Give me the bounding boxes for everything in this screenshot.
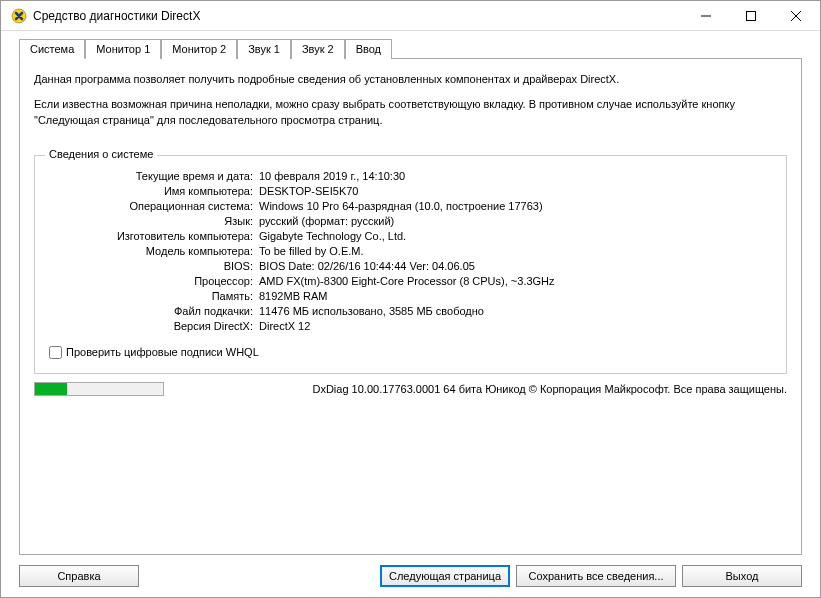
- label-pagefile: Файл подкачки:: [49, 305, 259, 317]
- intro-p1: Данная программа позволяет получить подр…: [34, 71, 787, 88]
- value-computer-name: DESKTOP-SEI5K70: [259, 185, 772, 197]
- tab-monitor2[interactable]: Монитор 2: [161, 39, 237, 59]
- groupbox-title: Сведения о системе: [45, 148, 157, 160]
- titlebar: Средство диагностики DirectX: [1, 1, 820, 31]
- row-memory: Память: 8192MB RAM: [49, 290, 772, 302]
- footer-text: DxDiag 10.00.17763.0001 64 бита Юникод ©…: [174, 383, 787, 395]
- window-controls: [683, 1, 818, 30]
- value-processor: AMD FX(tm)-8300 Eight-Core Processor (8 …: [259, 275, 772, 287]
- label-model: Модель компьютера:: [49, 245, 259, 257]
- system-info-groupbox: Сведения о системе Текущие время и дата:…: [34, 155, 787, 374]
- label-bios: BIOS:: [49, 260, 259, 272]
- window-title: Средство диагностики DirectX: [33, 9, 683, 23]
- label-language: Язык:: [49, 215, 259, 227]
- row-manufacturer: Изготовитель компьютера: Gigabyte Techno…: [49, 230, 772, 242]
- row-directx: Версия DirectX: DirectX 12: [49, 320, 772, 332]
- svg-rect-1: [746, 11, 755, 20]
- tab-sound1[interactable]: Звук 1: [237, 39, 291, 59]
- row-processor: Процессор: AMD FX(tm)-8300 Eight-Core Pr…: [49, 275, 772, 287]
- info-rows: Текущие время и дата: 10 февраля 2019 г.…: [49, 170, 772, 332]
- tab-input[interactable]: Ввод: [345, 39, 392, 59]
- tab-strip: Система Монитор 1 Монитор 2 Звук 1 Звук …: [19, 39, 802, 59]
- progress-bar-container: [34, 382, 164, 396]
- dxdiag-window: Средство диагностики DirectX Система Мон…: [0, 0, 821, 598]
- intro-text: Данная программа позволяет получить подр…: [34, 71, 787, 137]
- row-os: Операционная система: Windows 10 Pro 64-…: [49, 200, 772, 212]
- label-datetime: Текущие время и дата:: [49, 170, 259, 182]
- content-area: Система Монитор 1 Монитор 2 Звук 1 Звук …: [1, 31, 820, 597]
- row-language: Язык: русский (формат: русский): [49, 215, 772, 227]
- value-language: русский (формат: русский): [259, 215, 772, 227]
- tab-monitor1[interactable]: Монитор 1: [85, 39, 161, 59]
- value-datetime: 10 февраля 2019 г., 14:10:30: [259, 170, 772, 182]
- help-button[interactable]: Справка: [19, 565, 139, 587]
- row-computer-name: Имя компьютера: DESKTOP-SEI5K70: [49, 185, 772, 197]
- close-button[interactable]: [773, 1, 818, 30]
- exit-button[interactable]: Выход: [682, 565, 802, 587]
- tab-sound2[interactable]: Звук 2: [291, 39, 345, 59]
- value-os: Windows 10 Pro 64-разрядная (10.0, постр…: [259, 200, 772, 212]
- app-icon: [11, 8, 27, 24]
- button-row: Справка Следующая страница Сохранить все…: [19, 565, 802, 587]
- maximize-button[interactable]: [728, 1, 773, 30]
- row-pagefile: Файл подкачки: 11476 МБ использовано, 35…: [49, 305, 772, 317]
- whql-checkbox[interactable]: [49, 346, 62, 359]
- label-computer-name: Имя компьютера:: [49, 185, 259, 197]
- whql-checkbox-row: Проверить цифровые подписи WHQL: [49, 346, 772, 359]
- tab-panel: Данная программа позволяет получить подр…: [19, 59, 802, 555]
- value-manufacturer: Gigabyte Technology Co., Ltd.: [259, 230, 772, 242]
- label-manufacturer: Изготовитель компьютера:: [49, 230, 259, 242]
- label-os: Операционная система:: [49, 200, 259, 212]
- value-pagefile: 11476 МБ использовано, 3585 МБ свободно: [259, 305, 772, 317]
- minimize-button[interactable]: [683, 1, 728, 30]
- value-memory: 8192MB RAM: [259, 290, 772, 302]
- next-page-button[interactable]: Следующая страница: [380, 565, 510, 587]
- tab-system[interactable]: Система: [19, 39, 85, 59]
- row-bios: BIOS: BIOS Date: 02/26/16 10:44:44 Ver: …: [49, 260, 772, 272]
- footer-row: DxDiag 10.00.17763.0001 64 бита Юникод ©…: [34, 382, 787, 396]
- label-memory: Память:: [49, 290, 259, 302]
- label-processor: Процессор:: [49, 275, 259, 287]
- intro-p2: Если известна возможная причина неполадк…: [34, 96, 787, 129]
- progress-bar-fill: [35, 383, 67, 395]
- whql-checkbox-label: Проверить цифровые подписи WHQL: [66, 346, 259, 358]
- value-directx: DirectX 12: [259, 320, 772, 332]
- value-model: To be filled by O.E.M.: [259, 245, 772, 257]
- save-all-button[interactable]: Сохранить все сведения...: [516, 565, 676, 587]
- value-bios: BIOS Date: 02/26/16 10:44:44 Ver: 04.06.…: [259, 260, 772, 272]
- row-datetime: Текущие время и дата: 10 февраля 2019 г.…: [49, 170, 772, 182]
- row-model: Модель компьютера: To be filled by O.E.M…: [49, 245, 772, 257]
- label-directx: Версия DirectX:: [49, 320, 259, 332]
